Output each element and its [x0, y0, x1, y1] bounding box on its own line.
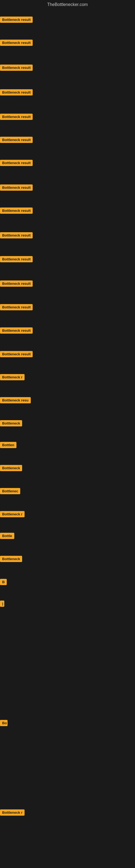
bottleneck-badge: Bottleneck result — [0, 208, 33, 214]
bottleneck-result-item: Bottleneck — [0, 420, 22, 428]
bottleneck-result-item: Bottlen — [0, 442, 16, 449]
bottleneck-result-item: Bottleneck result — [0, 160, 33, 167]
bottleneck-result-item: Bottleneck result — [0, 184, 33, 192]
bottleneck-badge: Bottleneck result — [0, 280, 33, 287]
bottleneck-result-item: Bottleneck result — [0, 208, 33, 215]
bottleneck-result-item: Bottleneck r — [0, 809, 25, 817]
bottleneck-badge: Bottlen — [0, 442, 16, 448]
bottleneck-result-item: Bottleneck result — [0, 304, 33, 311]
bottleneck-result-item: Bottleneck result — [0, 232, 33, 240]
bottleneck-result-item: Bottleneck result — [0, 137, 33, 144]
bottleneck-result-item: Bottleneck — [0, 556, 22, 563]
bottleneck-badge: Bottleneck r — [0, 511, 25, 517]
bottleneck-badge: Bottleneck resu — [0, 397, 31, 403]
bottleneck-badge: | — [0, 600, 4, 607]
bottleneck-badge: Bottleneck result — [0, 351, 33, 357]
bottleneck-result-item: Bottleneck result — [0, 256, 33, 264]
bottleneck-result-item: Bottleneck result — [0, 280, 33, 288]
bottleneck-result-item: Bottlenec — [0, 488, 20, 495]
bottleneck-result-item: Bottleneck result — [0, 114, 33, 121]
bottleneck-badge: Bottleneck result — [0, 304, 33, 310]
bottleneck-result-item: Bottleneck result — [0, 89, 33, 97]
bottleneck-badge: Bottleneck result — [0, 160, 33, 166]
bottleneck-result-item: Bottleneck result — [0, 328, 33, 335]
bottleneck-result-item: | — [0, 600, 4, 608]
bottleneck-badge: Bo — [0, 720, 8, 726]
bottleneck-result-item: Bottleneck result — [0, 65, 33, 72]
bottleneck-badge: Bottleneck — [0, 465, 22, 471]
bottleneck-badge: Bottleneck result — [0, 17, 33, 23]
bottleneck-badge: Bottleneck result — [0, 89, 33, 95]
bottleneck-result-item: Bottleneck r — [0, 511, 25, 518]
bottleneck-badge: Bottleneck r — [0, 809, 25, 816]
bottleneck-badge: Bottleneck result — [0, 40, 33, 46]
bottleneck-result-item: B — [0, 579, 7, 586]
bottleneck-result-item: Bo — [0, 720, 8, 727]
bottleneck-badge: Bottlenec — [0, 488, 20, 494]
bottleneck-badge: Bottleneck r — [0, 374, 25, 380]
bottleneck-badge: Bottle — [0, 533, 14, 539]
bottleneck-result-item: Bottleneck result — [0, 351, 33, 358]
bottleneck-badge: Bottleneck result — [0, 232, 33, 239]
bottleneck-result-item: Bottleneck — [0, 465, 22, 472]
site-title: TheBottlenecker.com — [0, 0, 135, 9]
bottleneck-result-item: Bottleneck resu — [0, 397, 31, 404]
bottleneck-result-item: Bottleneck r — [0, 374, 25, 381]
bottleneck-badge: Bottleneck result — [0, 184, 33, 191]
bottleneck-badge: B — [0, 579, 7, 585]
bottleneck-badge: Bottleneck result — [0, 256, 33, 262]
bottleneck-badge: Bottleneck — [0, 556, 22, 562]
bottleneck-result-item: Bottle — [0, 533, 14, 540]
bottleneck-badge: Bottleneck result — [0, 114, 33, 120]
bottleneck-badge: Bottleneck — [0, 420, 22, 426]
bottleneck-badge: Bottleneck result — [0, 137, 33, 143]
bottleneck-result-item: Bottleneck result — [0, 17, 33, 24]
bottleneck-badge: Bottleneck result — [0, 65, 33, 71]
bottleneck-badge: Bottleneck result — [0, 328, 33, 334]
bottleneck-result-item: Bottleneck result — [0, 40, 33, 47]
